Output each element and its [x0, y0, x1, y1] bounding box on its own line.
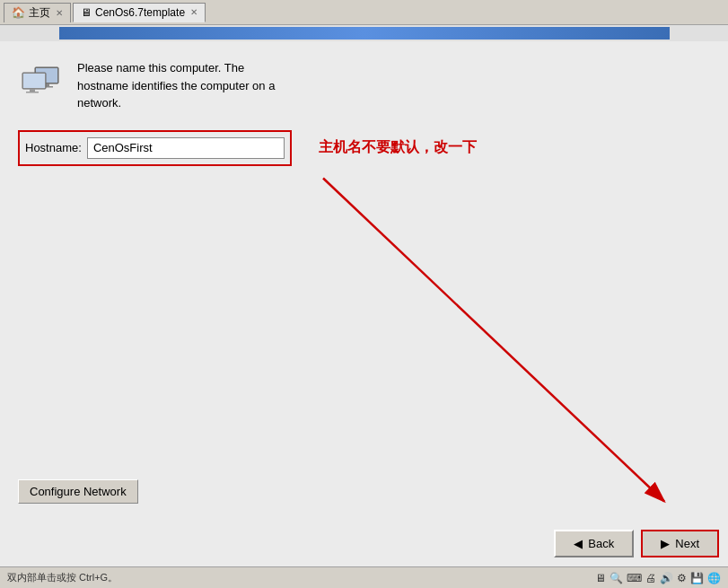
speaker-icon: 🔊	[660, 572, 673, 584]
computer-icon	[18, 59, 63, 104]
monitor-icon: 🖥	[595, 572, 606, 584]
svg-rect-6	[30, 89, 35, 92]
main-content: Please name this computer. The hostname …	[0, 41, 728, 566]
home-icon: 🏠	[12, 6, 25, 19]
tab-template-close[interactable]: ✕	[190, 7, 197, 17]
vm-icon: 🖥	[81, 6, 92, 19]
status-text: 双内部单击或按 Ctrl+G。	[7, 571, 118, 584]
search-icon: 🔍	[610, 572, 623, 584]
back-arrow-icon: ◀	[574, 537, 583, 550]
svg-rect-7	[26, 92, 39, 93]
description-line2: hostname identifies the computer on a	[77, 79, 275, 92]
annotation-text: 主机名不要默认，改一下	[319, 138, 477, 157]
tab-home-close[interactable]: ✕	[56, 8, 63, 18]
gear-icon: ⚙	[677, 572, 687, 584]
header-section: Please name this computer. The hostname …	[18, 59, 710, 112]
title-bar: 🏠 主页 ✕ 🖥 CenOs6.7template ✕	[0, 0, 728, 25]
tab-home-label: 主页	[29, 5, 50, 21]
next-button[interactable]: ▶ Next	[641, 530, 719, 557]
next-arrow-icon: ▶	[661, 537, 670, 550]
status-bar: 双内部单击或按 Ctrl+G。 🖥 🔍 ⌨ 🖨 🔊 ⚙ 💾 🌐	[0, 566, 728, 588]
status-icons: 🖥 🔍 ⌨ 🖨 🔊 ⚙ 💾 🌐	[595, 572, 721, 584]
hostname-input[interactable]	[87, 137, 285, 159]
hostname-box: Hostname:	[18, 130, 292, 166]
hdd-icon: 💾	[690, 572, 704, 584]
tab-home[interactable]: 🏠 主页 ✕	[4, 3, 71, 22]
tab-template-label: CenOs6.7template	[95, 6, 185, 19]
network-icon: 🌐	[707, 572, 721, 584]
keyboard-icon: ⌨	[627, 572, 642, 584]
next-label: Next	[675, 537, 699, 550]
back-label: Back	[588, 537, 614, 550]
svg-rect-5	[23, 74, 45, 88]
description-line3: network.	[77, 96, 121, 110]
tab-template[interactable]: 🖥 CenOs6.7template ✕	[73, 3, 206, 22]
print-icon: 🖨	[645, 572, 656, 584]
configure-network-label: Configure Network	[30, 485, 127, 498]
header-text: Please name this computer. The hostname …	[77, 59, 275, 112]
configure-network-button[interactable]: Configure Network	[18, 479, 138, 504]
bottom-buttons: ◀ Back ▶ Next	[554, 530, 719, 557]
back-button[interactable]: ◀ Back	[554, 530, 634, 557]
description-line1: Please name this computer. The	[77, 61, 244, 75]
hostname-label: Hostname:	[25, 141, 82, 154]
progress-area	[0, 25, 728, 41]
progress-bar	[59, 27, 670, 39]
